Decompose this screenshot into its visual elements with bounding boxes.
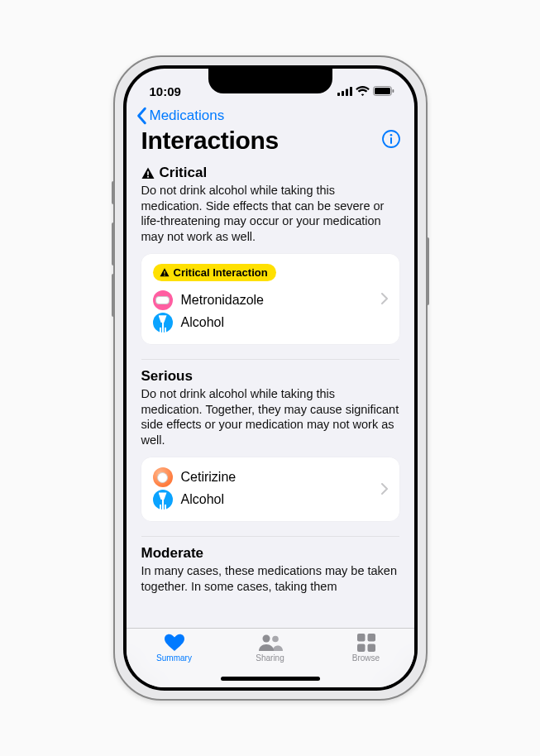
svg-rect-16: [357, 634, 366, 642]
back-button[interactable]: Medications: [135, 107, 401, 125]
svg-rect-6: [392, 89, 394, 93]
tab-label: Summary: [156, 653, 192, 663]
page-title: Interactions: [141, 127, 279, 155]
tab-summary[interactable]: Summary: [137, 634, 212, 663]
svg-point-8: [389, 134, 392, 136]
section-critical: Critical Do not drink alcohol while taki…: [141, 165, 399, 360]
svg-rect-10: [147, 171, 149, 175]
interaction-card-critical[interactable]: Critical Interaction Metronidazole Alcoh…: [141, 254, 399, 344]
critical-badge: Critical Interaction: [153, 264, 276, 281]
info-icon: [381, 129, 401, 149]
divider: [141, 359, 399, 360]
signal-icon: [337, 87, 352, 96]
warning-triangle-icon: [141, 167, 155, 179]
svg-rect-0: [337, 93, 340, 96]
nav-bar: Medications: [127, 107, 414, 127]
section-header-serious: Serious: [141, 368, 399, 385]
back-label: Medications: [150, 108, 225, 124]
pill-icon: [153, 467, 173, 487]
battery-icon: [373, 86, 394, 96]
svg-point-15: [272, 636, 279, 643]
volume-down-button: [112, 274, 115, 317]
svg-point-14: [262, 635, 270, 643]
drug-row: Metronidazole: [153, 290, 276, 310]
drug-row: Alcohol: [153, 490, 237, 510]
svg-rect-5: [375, 88, 390, 94]
grid-icon: [357, 634, 375, 652]
drug-name: Metronidazole: [181, 293, 265, 308]
drug-name: Cetirizine: [181, 470, 237, 485]
chevron-right-icon: [381, 483, 388, 495]
section-header-critical: Critical: [141, 165, 399, 181]
svg-rect-12: [164, 271, 165, 275]
chevron-right-icon: [381, 293, 388, 304]
tab-sharing[interactable]: Sharing: [233, 634, 308, 663]
drug-row: Alcohol: [153, 313, 276, 333]
people-icon: [258, 634, 283, 652]
status-time: 10:09: [150, 84, 181, 98]
mute-switch: [112, 181, 115, 204]
section-title: Moderate: [141, 545, 204, 562]
badge-label: Critical Interaction: [174, 266, 268, 279]
info-button[interactable]: [381, 129, 401, 152]
chevron-left-icon: [135, 107, 150, 125]
home-indicator[interactable]: [221, 677, 320, 681]
warning-triangle-icon: [160, 268, 170, 277]
svg-rect-9: [390, 137, 392, 144]
svg-rect-17: [367, 634, 375, 642]
alcohol-icon: [153, 313, 173, 333]
volume-up-button: [112, 222, 115, 266]
phone-frame: 10:09 Medications Interactions: [113, 55, 428, 701]
notch: [208, 69, 332, 93]
section-desc: In many cases, these medications may be …: [141, 563, 399, 594]
svg-rect-19: [367, 644, 375, 653]
section-moderate: Moderate In many cases, these medication…: [141, 545, 399, 594]
power-button: [426, 237, 429, 305]
svg-rect-3: [350, 87, 352, 96]
drug-row: Cetirizine: [153, 467, 237, 487]
wifi-icon: [356, 86, 370, 96]
tab-browse[interactable]: Browse: [329, 634, 404, 663]
section-serious: Serious Do not drink alcohol while takin…: [141, 368, 399, 537]
interaction-card-serious[interactable]: Cetirizine Alcohol: [141, 457, 399, 521]
alcohol-icon: [153, 490, 173, 510]
section-title: Critical: [160, 165, 208, 181]
tab-label: Browse: [352, 653, 380, 663]
divider: [141, 536, 399, 537]
title-row: Interactions: [127, 127, 414, 160]
section-title: Serious: [141, 368, 193, 385]
section-header-moderate: Moderate: [141, 545, 399, 562]
svg-rect-2: [346, 89, 348, 96]
content[interactable]: Critical Do not drink alcohol while taki…: [127, 160, 414, 628]
drug-name: Alcohol: [181, 315, 224, 330]
svg-point-13: [164, 275, 165, 275]
drug-name: Alcohol: [181, 492, 224, 507]
section-desc: Do not drink alcohol while taking this m…: [141, 183, 399, 244]
heart-icon: [164, 634, 185, 652]
pill-icon: [153, 290, 173, 310]
svg-rect-18: [357, 644, 366, 653]
section-desc: Do not drink alcohol while taking this m…: [141, 386, 399, 447]
tab-label: Sharing: [256, 653, 284, 663]
screen: 10:09 Medications Interactions: [127, 69, 414, 687]
svg-point-11: [147, 175, 149, 177]
svg-rect-1: [342, 91, 344, 96]
